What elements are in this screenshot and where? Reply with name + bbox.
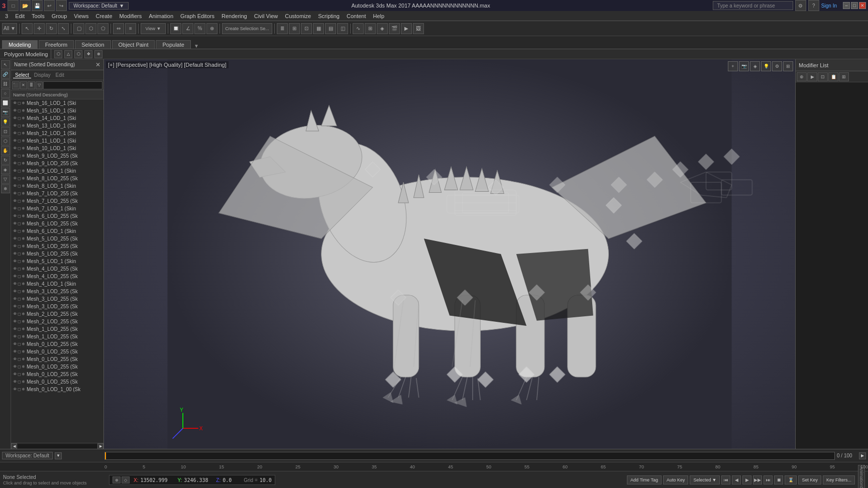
populate-arrow[interactable]: ▼ [194,43,199,49]
list-item[interactable]: 👁 ◻ ❄ Mesh_1_LOD_255 (Sk [11,333,103,340]
material-editor[interactable]: ◈ [377,23,388,34]
list-item[interactable]: 👁 ◻ ❄ Mesh_4_LOD_255 (Sk [11,273,103,280]
mod-tool3[interactable]: ⊡ [818,72,828,81]
menu-edit[interactable]: Edit [12,13,28,20]
move-tool[interactable]: ✛ [34,23,45,34]
list-item[interactable]: 👁 ◻ ❄ Mesh_14_LOD_1 (Ski [11,114,103,122]
new-btn[interactable]: □ [8,0,19,11]
list-item[interactable]: 👁 ◻ ❄ Mesh_10_LOD_1 (Ski [11,145,103,152]
help-icon[interactable]: ? [808,0,819,11]
transport-options[interactable]: ⏹ [774,475,783,484]
list-item[interactable]: 👁 ◻ ❄ Mesh_7_LOD_255 (Sk [11,197,103,205]
signin-btn[interactable]: Sign In [821,3,837,9]
pm-tool2[interactable]: △ [64,50,72,58]
list-item[interactable]: 👁 ◻ ❄ Mesh_3_LOD_255 (Sk [11,303,103,310]
redo-btn[interactable]: ↪ [56,0,67,11]
pm-tool3[interactable]: ⬡ [74,50,82,58]
scene-tool-filter[interactable]: ▽ [36,81,43,89]
list-item[interactable]: 👁 ◻ ❄ Mesh_3_LOD_255 (Sk [11,288,103,295]
schematic[interactable]: ⊞ [365,23,376,34]
display5[interactable]: ◫ [337,23,348,34]
transport-timescrub[interactable]: ⌛ [785,475,797,484]
open-btn[interactable]: 📂 [20,0,31,11]
tab-modeling[interactable]: Modeling [2,40,38,49]
list-item[interactable]: 👁 ◻ ❄ Mesh_9_LOD_1 (Skin [11,167,103,175]
vt-field-of-view[interactable]: ◈ [1,165,10,174]
list-item[interactable]: 👁 ◻ ❄ Mesh_12_LOD_1 (Ski [11,130,103,137]
menu-animation[interactable]: Animation [146,13,176,20]
transport-prev-start[interactable]: ⏮ [721,475,730,484]
scene-item-list[interactable]: 👁 ◻ ❄ Mesh_16_LOD_1 (Ski 👁 ◻ ❄ Mesh_15_L… [11,99,103,443]
list-item[interactable]: 👁 ◻ ❄ Mesh_7_LOD_255 (Sk [11,190,103,197]
mod-tool1[interactable]: ⊕ [797,72,807,81]
list-item[interactable]: 👁 ◻ ❄ Mesh_13_LOD_1 (Ski [11,122,103,130]
tab-select[interactable]: Select [13,72,31,78]
vt-unlink[interactable]: ⛓ [1,79,10,88]
list-item[interactable]: 👁 ◻ ❄ Mesh_1_LOD_255 (Sk [11,325,103,333]
transport-next[interactable]: ▶▶ [753,475,762,484]
menu-scripting[interactable]: Scripting [315,13,343,20]
vt-select[interactable]: ↖ [1,60,10,69]
search-box[interactable]: Type a keyword or phrase [713,1,793,10]
vt-zoom-region[interactable]: ⬡ [1,137,10,146]
list-item[interactable]: 👁 ◻ ❄ Mesh_5_LOD_1 (Skin [11,258,103,265]
list-item[interactable]: 👁 ◻ ❄ Mesh_8_LOD_1 (Skin [11,182,103,190]
list-item[interactable]: 👁 ◻ ❄ Mesh_16_LOD_1 (Ski [11,99,103,107]
vt-freeze[interactable]: ❄ [1,184,10,193]
select-tool[interactable]: ↖ [22,23,33,34]
save-btn[interactable]: 💾 [32,0,43,11]
render-frame[interactable]: 🖼 [413,23,424,34]
select-region2[interactable]: ⬡ [85,23,96,34]
list-item[interactable]: 👁 ◻ ❄ Mesh_4_LOD_255 (Sk [11,265,103,273]
close-btn[interactable]: ✕ [859,2,866,9]
display3[interactable]: ▦ [313,23,324,34]
menu-modifiers[interactable]: Modifiers [117,13,145,20]
vt-filter-icon[interactable]: ▽ [1,175,10,184]
rotate-tool[interactable]: ↻ [46,23,57,34]
vt-arc-rot[interactable]: ↻ [1,156,10,165]
snap-toggle[interactable]: 🔲 [170,23,181,34]
menu-civil-view[interactable]: Civil View [251,13,281,20]
menu-rendering[interactable]: Rendering [219,13,250,20]
viewport[interactable]: [+] [Perspective] [High Quality] [Defaul… [104,59,795,449]
menu-graph-editors[interactable]: Graph Editors [177,13,218,20]
menu-group[interactable]: Group [49,13,70,20]
tab-freeform[interactable]: Freeform [39,40,74,49]
auto-key-btn[interactable]: Auto Key [663,475,689,484]
restore-btn[interactable]: □ [851,2,858,9]
display2[interactable]: ⊡ [301,23,312,34]
list-item[interactable]: 👁 ◻ ❄ Mesh_2_LOD_255 (Sk [11,318,103,325]
minimize-btn[interactable]: – [843,2,850,9]
vt-bind-space[interactable]: ○ [1,89,10,98]
quick-render[interactable]: ▶ [401,23,412,34]
coord-icon2[interactable]: ◇ [122,476,130,483]
curve-editor[interactable]: ∿ [353,23,364,34]
vt-create-cam[interactable]: 📷 [1,108,10,117]
list-item[interactable]: 👁 ◻ ❄ Mesh_0_LOD_255 (Sk [11,378,103,386]
list-item[interactable]: 👁 ◻ ❄ Mesh_0_LOD_255 (Sk [11,355,103,363]
menu-views[interactable]: Views [71,13,91,20]
tab-object-paint[interactable]: Object Paint [112,40,155,49]
timeline-end-nav[interactable]: ▶ [859,452,866,459]
tab-selection[interactable]: Selection [75,40,111,49]
vp-maximize-btn[interactable]: ⊞ [783,61,793,71]
vp-add-btn[interactable]: + [728,61,738,71]
vp-settings-btn[interactable]: ⚙ [772,61,782,71]
display1[interactable]: ⊞ [289,23,300,34]
modifier-list-area[interactable] [796,82,868,449]
list-item[interactable]: 👁 ◻ ❄ Mesh_0_LOD_255 (Sk [11,340,103,348]
workspace-selector[interactable]: Workspace: Default ▼ [69,2,129,10]
transport-next-end[interactable]: ⏭ [764,475,773,484]
menu-content[interactable]: Content [344,13,369,20]
workspace-arrow[interactable]: ▼ [55,452,62,459]
selected-display[interactable]: Selected ▼ [690,475,720,484]
view-dropdown[interactable]: View ▼ [141,23,166,34]
menu-customize[interactable]: Customize [282,13,314,20]
scene-scroll-track[interactable] [18,444,97,448]
list-item[interactable]: 👁 ◻ ❄ Mesh_6_LOD_255 (Sk [11,212,103,220]
vt-bones[interactable]: ⬜ [1,98,10,107]
vp-shading-btn[interactable]: ◈ [750,61,760,71]
percent-snap[interactable]: % [194,23,205,34]
tab-populate[interactable]: Populate [156,40,190,49]
list-item[interactable]: 👁 ◻ ❄ Mesh_5_LOD_255 (Sk [11,250,103,258]
